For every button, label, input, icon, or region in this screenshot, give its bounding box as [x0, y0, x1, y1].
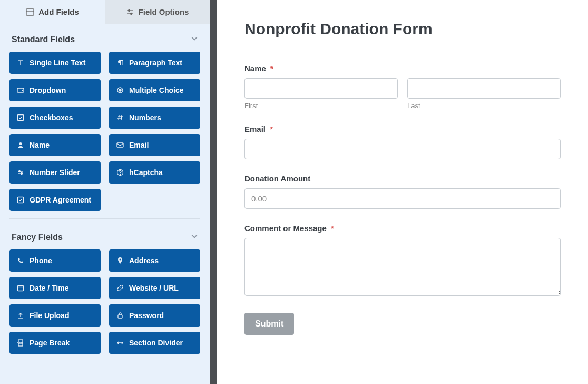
field-label: File Upload: [30, 311, 69, 320]
form-title: Nonprofit Donation Form: [244, 20, 561, 50]
chevron-down-icon: [191, 233, 198, 242]
field-label: Multiple Choice: [129, 86, 183, 94]
form-canvas: Nonprofit Donation Form Name * First Las…: [217, 0, 588, 384]
fields-panel: Standard Fields Single Line Text Paragra…: [0, 24, 210, 384]
field-single-line-text[interactable]: Single Line Text: [9, 52, 101, 74]
field-numbers[interactable]: Numbers: [109, 107, 200, 129]
required-mark: *: [270, 124, 273, 133]
radio-icon: [116, 87, 124, 94]
field-multiple-choice[interactable]: Multiple Choice: [109, 79, 200, 101]
svg-rect-32: [18, 343, 23, 346]
name-label: Name *: [244, 64, 561, 73]
field-hcaptcha[interactable]: hCaptcha: [109, 161, 200, 184]
field-label: Numbers: [129, 113, 161, 122]
label-text: Email: [244, 124, 266, 133]
panel-divider[interactable]: [210, 0, 217, 384]
donation-input[interactable]: [244, 188, 561, 209]
sidebar-tabs: Add Fields Field Options: [0, 0, 210, 24]
check-icon: [17, 196, 24, 204]
comment-textarea[interactable]: [244, 238, 561, 296]
calendar-icon: [17, 284, 24, 292]
field-section-divider[interactable]: Section Divider: [109, 332, 200, 354]
donation-label: Donation Amount: [244, 174, 561, 183]
dropdown-icon: [17, 87, 24, 94]
email-label: Email *: [244, 124, 561, 133]
first-name-input[interactable]: [244, 78, 398, 99]
field-address[interactable]: Address: [109, 249, 200, 272]
svg-point-5: [130, 13, 132, 14]
field-label: Single Line Text: [30, 59, 85, 67]
field-name-group: Name * First Last: [244, 64, 561, 110]
fancy-fields-grid: Phone Address Date / Time Website / URL: [9, 249, 200, 354]
standard-fields-grid: Single Line Text Paragraph Text Dropdown…: [9, 52, 200, 211]
field-checkboxes[interactable]: Checkboxes: [9, 107, 101, 129]
field-label: Page Break: [30, 339, 70, 347]
field-label: Checkboxes: [30, 113, 73, 122]
field-label: Address: [129, 256, 159, 265]
tab-add-fields[interactable]: Add Fields: [0, 0, 105, 24]
field-comment-group: Comment or Message *: [244, 224, 561, 298]
svg-rect-0: [26, 9, 34, 15]
svg-point-10: [119, 89, 121, 91]
field-email[interactable]: Email: [109, 134, 200, 156]
field-gdpr-agreement[interactable]: GDPR Agreement: [9, 189, 101, 211]
sliders-icon: [126, 8, 134, 16]
field-label: Name: [30, 141, 50, 149]
pin-icon: [116, 257, 124, 264]
field-number-slider[interactable]: Number Slider: [9, 161, 101, 184]
field-file-upload[interactable]: File Upload: [9, 304, 101, 327]
link-icon: [116, 284, 124, 292]
svg-line-15: [121, 115, 122, 120]
field-email-group: Email *: [244, 124, 561, 159]
field-label: Website / URL: [129, 284, 179, 292]
lock-icon: [116, 312, 124, 319]
first-sublabel: First: [244, 102, 398, 110]
field-donation-group: Donation Amount: [244, 174, 561, 209]
field-label: Date / Time: [30, 284, 68, 292]
field-paragraph-text[interactable]: Paragraph Text: [109, 52, 200, 74]
svg-rect-24: [18, 197, 24, 203]
svg-rect-17: [117, 143, 123, 147]
label-text: Comment or Message: [244, 224, 327, 233]
svg-rect-30: [118, 315, 122, 318]
field-label: Dropdown: [30, 86, 66, 94]
form-icon: [26, 8, 34, 16]
section-title: Standard Fields: [12, 35, 75, 44]
svg-line-14: [119, 115, 119, 120]
section-header-standard[interactable]: Standard Fields: [9, 24, 200, 52]
svg-point-19: [19, 171, 21, 172]
field-name[interactable]: Name: [9, 134, 101, 156]
tab-field-options[interactable]: Field Options: [105, 0, 210, 24]
paragraph-icon: [116, 59, 124, 66]
upload-icon: [17, 312, 24, 319]
question-icon: [116, 169, 124, 176]
submit-button[interactable]: Submit: [244, 313, 294, 335]
person-icon: [17, 141, 24, 149]
checkbox-icon: [17, 114, 24, 121]
field-label: Section Divider: [129, 339, 183, 347]
field-password[interactable]: Password: [109, 304, 200, 327]
svg-point-21: [21, 173, 23, 175]
email-input[interactable]: [244, 139, 561, 159]
chevron-down-icon: [191, 35, 198, 44]
slider-icon: [17, 169, 24, 176]
field-page-break[interactable]: Page Break: [9, 332, 101, 354]
field-label: Email: [129, 141, 149, 149]
last-name-input[interactable]: [407, 78, 561, 99]
field-dropdown[interactable]: Dropdown: [9, 79, 101, 101]
field-website-url[interactable]: Website / URL: [109, 277, 200, 299]
field-label: GDPR Agreement: [30, 196, 91, 204]
field-phone[interactable]: Phone: [9, 249, 101, 272]
field-label: Number Slider: [30, 168, 80, 177]
required-mark: *: [270, 64, 273, 73]
svg-point-16: [19, 142, 22, 145]
section-title: Fancy Fields: [12, 233, 63, 242]
section-header-fancy[interactable]: Fancy Fields: [9, 222, 200, 249]
pagebreak-icon: [17, 339, 24, 347]
envelope-icon: [116, 141, 124, 149]
field-date-time[interactable]: Date / Time: [9, 277, 101, 299]
svg-rect-11: [18, 115, 24, 121]
svg-point-23: [120, 174, 120, 174]
field-label: Phone: [30, 256, 52, 265]
field-label: hCaptcha: [129, 168, 163, 177]
